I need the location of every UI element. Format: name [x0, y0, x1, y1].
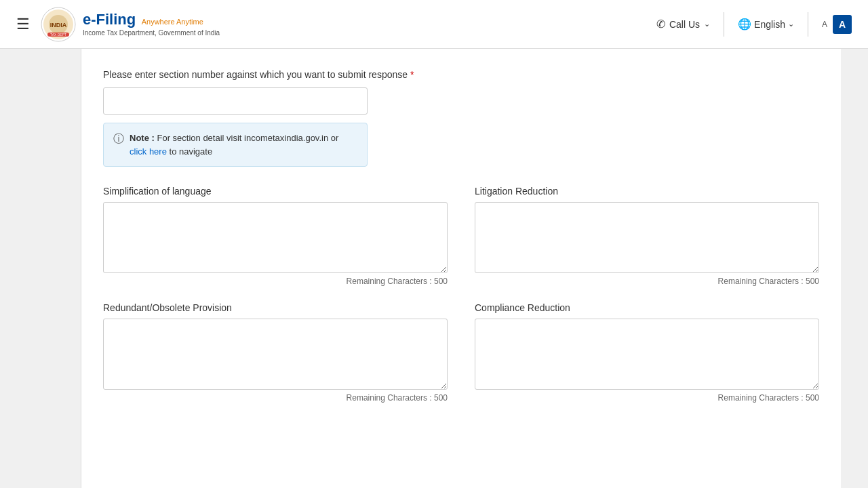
info-icon: ⓘ [113, 132, 124, 146]
navbar: ☰ INDIA TAX DEPT e-Filing Anywhere Anyti… [0, 0, 868, 49]
anywhere-anytime-text: Anywhere Anytime [142, 18, 203, 26]
section-number-label: Please enter section number against whic… [103, 68, 819, 82]
main-wrapper: Please enter section number against whic… [0, 49, 868, 488]
redundant-label: Redundant/Obsolete Provision [103, 302, 448, 313]
call-us-button[interactable]: ✆ Call Us ⌄ [656, 18, 710, 30]
right-sidebar [841, 49, 868, 488]
simplification-textarea[interactable] [103, 202, 448, 273]
logo-text-block: e-Filing Anywhere Anytime Income Tax Dep… [83, 11, 220, 37]
nav-divider-1 [724, 12, 724, 37]
litigation-label: Litigation Reduction [475, 186, 819, 197]
note-end-text: to navigate [170, 146, 213, 157]
globe-icon: 🌐 [738, 18, 751, 30]
litigation-textarea[interactable] [475, 202, 819, 273]
click-here-link[interactable]: click here [130, 146, 167, 157]
language-label: English [754, 19, 785, 30]
chevron-down-icon-lang: ⌄ [788, 20, 794, 28]
note-box: ⓘ Note : For section detail visit income… [103, 123, 368, 167]
font-size-controls: A A [822, 15, 852, 34]
font-increase-button[interactable]: A [833, 15, 852, 34]
litigation-remaining: Remaining Characters : 500 [475, 277, 819, 286]
call-us-label: Call Us [669, 19, 700, 30]
section-number-input[interactable] [103, 87, 368, 115]
note-text-content: Note : For section detail visit incometa… [130, 131, 357, 158]
nav-divider-2 [808, 12, 808, 37]
logo-area: INDIA TAX DEPT e-Filing Anywhere Anytime… [41, 7, 220, 42]
phone-icon: ✆ [656, 18, 665, 30]
logo-subtitle-text: Income Tax Department, Government of Ind… [83, 29, 220, 37]
form-grid: Simplification of language Remaining Cha… [103, 186, 819, 403]
required-marker: * [410, 69, 414, 80]
language-selector-button[interactable]: 🌐 English ⌄ [738, 18, 794, 30]
chevron-down-icon: ⌄ [704, 20, 710, 28]
form-group-compliance: Compliance Reduction Remaining Character… [475, 302, 819, 403]
note-body-text: For section detail visit incometaxindia.… [157, 133, 338, 143]
compliance-textarea[interactable] [475, 319, 819, 390]
navbar-right: ✆ Call Us ⌄ 🌐 English ⌄ A A [656, 12, 852, 37]
compliance-label: Compliance Reduction [475, 302, 819, 313]
redundant-textarea[interactable] [103, 319, 448, 390]
navbar-left: ☰ INDIA TAX DEPT e-Filing Anywhere Anyti… [16, 7, 220, 42]
section-label-text: Please enter section number against whic… [103, 69, 408, 80]
form-group-simplification: Simplification of language Remaining Cha… [103, 186, 448, 286]
form-group-litigation: Litigation Reduction Remaining Character… [475, 186, 819, 286]
hamburger-icon[interactable]: ☰ [16, 16, 30, 33]
simplification-label: Simplification of language [103, 186, 448, 197]
simplification-remaining: Remaining Characters : 500 [103, 277, 448, 286]
form-group-redundant: Redundant/Obsolete Provision Remaining C… [103, 302, 448, 403]
redundant-remaining: Remaining Characters : 500 [103, 393, 448, 403]
svg-text:TAX DEPT: TAX DEPT [50, 33, 66, 37]
note-label: Note : [130, 133, 155, 143]
emblem-icon: INDIA TAX DEPT [41, 7, 76, 42]
font-decrease-button[interactable]: A [822, 20, 827, 29]
svg-text:INDIA: INDIA [50, 22, 67, 28]
efiling-logo-text: e-Filing Anywhere Anytime [83, 11, 220, 28]
compliance-remaining: Remaining Characters : 500 [475, 393, 819, 403]
content-area: Please enter section number against whic… [81, 49, 841, 488]
left-sidebar [0, 49, 81, 488]
